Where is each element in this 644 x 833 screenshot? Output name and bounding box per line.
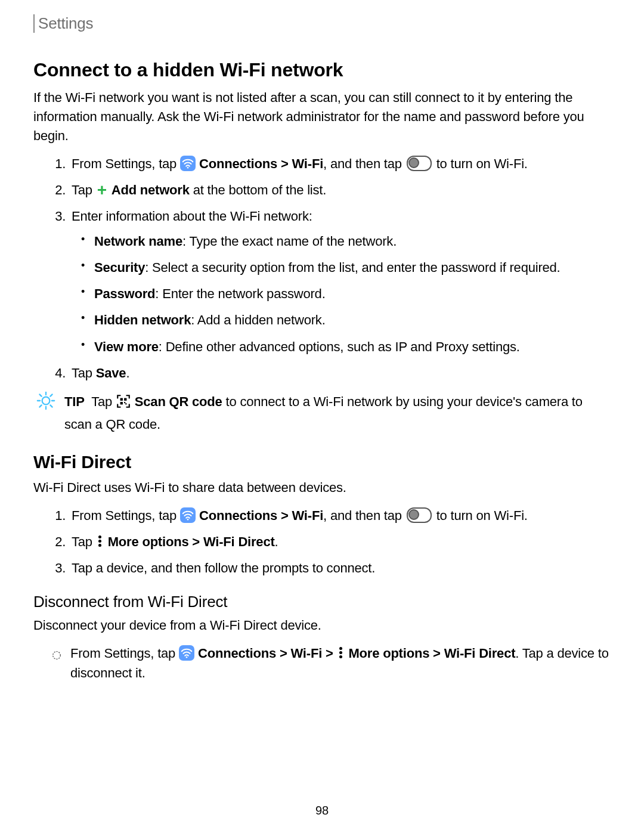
svg-point-15	[187, 519, 189, 521]
heading-wifi-direct: Wi-Fi Direct	[33, 452, 611, 472]
more-options-icon	[337, 646, 345, 659]
svg-rect-10	[120, 398, 123, 400]
header-section-label: Settings	[33, 14, 611, 33]
step-1: From Settings, tap Connections > Wi-Fi, …	[69, 154, 611, 174]
intro-paragraph: Disconnect your device from a Wi-Fi Dire…	[33, 616, 611, 635]
more-options-icon	[96, 534, 104, 548]
svg-point-17	[186, 657, 188, 658]
intro-paragraph: Wi-Fi Direct uses Wi-Fi to share data be…	[33, 478, 611, 497]
qr-icon	[116, 394, 131, 414]
step-1: From Settings, tap Connections > Wi-Fi, …	[69, 506, 611, 526]
bullet-item: View more: Define other advanced options…	[92, 337, 611, 357]
svg-rect-11	[124, 398, 126, 400]
svg-rect-12	[120, 402, 123, 404]
svg-line-8	[39, 405, 41, 407]
step-3: Enter information about the Wi-Fi networ…	[69, 206, 611, 357]
step-4: Tap Save.	[69, 363, 611, 383]
toggle-icon	[407, 507, 432, 523]
document-page: Settings Connect to a hidden Wi-Fi netwo…	[0, 0, 644, 833]
step-3: Tap a device, and then follow the prompt…	[69, 558, 611, 578]
step-2: Tap + Add network at the bottom of the l…	[69, 180, 611, 200]
bullet-list: Network name: Type the exact name of the…	[72, 231, 611, 357]
svg-line-7	[50, 405, 52, 407]
svg-point-0	[187, 167, 189, 169]
svg-line-6	[39, 394, 41, 396]
svg-rect-14	[125, 403, 126, 404]
bullet-item: Hidden network: Add a hidden network.	[92, 310, 611, 330]
circle-bullet-icon	[51, 646, 62, 666]
svg-point-1	[42, 397, 50, 404]
wifi-icon	[180, 507, 196, 523]
bullet-item: Password: Enter the network password.	[92, 284, 611, 304]
step-2: Tap More options > Wi-Fi Direct.	[69, 532, 611, 552]
svg-rect-13	[124, 402, 125, 403]
lightbulb-icon	[36, 391, 56, 416]
page-number: 98	[0, 804, 644, 817]
heading-connect-hidden-wifi: Connect to a hidden Wi-Fi network	[33, 59, 611, 81]
bullet-item: Network name: Type the exact name of the…	[92, 231, 611, 252]
wifi-icon	[179, 645, 194, 661]
toggle-icon	[407, 156, 432, 171]
bullet-item: Security: Select a security option from …	[92, 258, 611, 278]
heading-disconnect-wifi-direct: Disconnect from Wi-Fi Direct	[33, 593, 611, 611]
instruction-line: From Settings, tap Connections > Wi-Fi >…	[33, 643, 611, 683]
steps-list: From Settings, tap Connections > Wi-Fi, …	[33, 506, 611, 578]
tip-label: TIP	[64, 394, 85, 409]
svg-point-16	[53, 651, 61, 659]
svg-line-9	[50, 394, 52, 396]
tip-block: TIP Tap Scan QR code to connect to a Wi-…	[33, 392, 611, 434]
steps-list: From Settings, tap Connections > Wi-Fi, …	[33, 154, 611, 383]
wifi-icon	[180, 156, 196, 171]
intro-paragraph: If the Wi-Fi network you want is not lis…	[33, 88, 611, 145]
